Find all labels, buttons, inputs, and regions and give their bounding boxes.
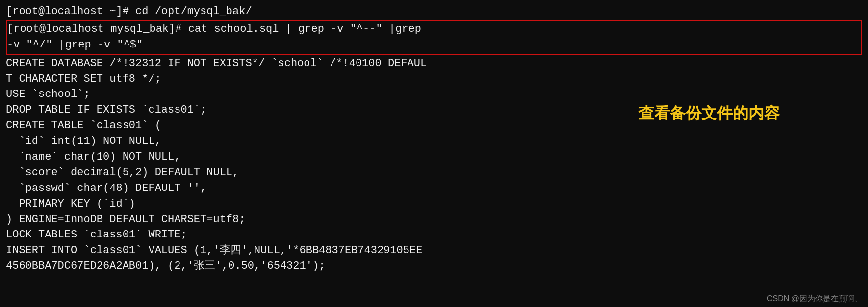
cat-command-line1: [root@localhost mysql_bak]# cat school.s… xyxy=(7,22,861,37)
primary-key-line: PRIMARY KEY (`id`) xyxy=(6,196,862,212)
field-id-line: `id` int(11) NOT NULL, xyxy=(6,134,862,149)
annotation-text: 查看备份文件的内容 xyxy=(638,103,780,124)
field-passwd-line: `passwd` char(48) DEFAULT '', xyxy=(6,181,862,196)
terminal-window: [root@localhost ~]# cd /opt/mysql_bak/ [… xyxy=(0,0,868,307)
csdn-watermark: CSDN @因为你是在煎啊、 xyxy=(767,294,862,304)
lock-tables-line: LOCK TABLES `class01` WRITE; xyxy=(6,227,862,243)
engine-line: ) ENGINE=InnoDB DEFAULT CHARSET=utf8; xyxy=(6,212,862,228)
cat-command-line2: -v "^/" |grep -v "^$" xyxy=(7,37,861,53)
field-name-line: `name` char(10) NOT NULL, xyxy=(6,149,862,165)
cd-command-line: [root@localhost ~]# cd /opt/mysql_bak/ xyxy=(6,4,862,20)
create-database-line2: T CHARACTER SET utf8 */; xyxy=(6,71,862,87)
highlighted-command-block: [root@localhost mysql_bak]# cat school.s… xyxy=(6,20,862,55)
field-score-line: `score` decimal(5,2) DEFAULT NULL, xyxy=(6,165,862,181)
create-database-line1: CREATE DATABASE /*!32312 IF NOT EXISTS*/… xyxy=(6,56,862,71)
use-school-line: USE `school`; xyxy=(6,87,862,102)
insert-cont-line: 4560BBA7DC67ED26A2AB01), (2,'张三',0.50,'6… xyxy=(6,259,862,274)
insert-into-line: INSERT INTO `class01` VALUES (1,'李四',NUL… xyxy=(6,243,862,259)
